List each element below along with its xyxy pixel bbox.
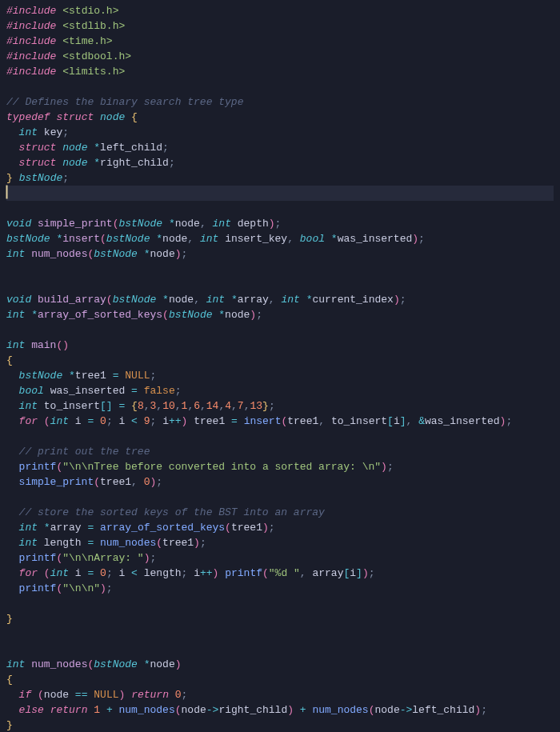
code-token (156, 294, 162, 306)
code-line[interactable]: // print out the tree (6, 444, 554, 459)
code-line[interactable]: #include <time.h> (6, 34, 554, 49)
code-line[interactable]: int to_insert[] = {8,3,10,1,6,14,4,7,13}… (6, 398, 554, 414)
code-token: 4 (225, 400, 231, 412)
code-token (138, 658, 144, 670)
code-line[interactable]: int length = num_nodes(tree1); (6, 535, 554, 550)
code-token: < (131, 567, 138, 579)
code-token: was_inserted (338, 233, 413, 245)
code-token: ; (106, 567, 113, 579)
code-token: <stdbool.h> (62, 50, 131, 62)
code-token: left_child (100, 142, 162, 154)
code-line[interactable] (6, 596, 554, 611)
code-line[interactable] (6, 201, 554, 216)
code-token: , (300, 567, 306, 579)
code-line[interactable]: #include <stdbool.h> (6, 49, 554, 64)
code-token: ) (262, 522, 269, 534)
code-token: * (331, 233, 338, 245)
code-token: ( (44, 415, 50, 427)
code-token: insert_key (218, 233, 287, 245)
code-line[interactable]: } bstNode; (6, 170, 554, 186)
code-line[interactable] (6, 186, 554, 201)
code-token: #include (6, 35, 56, 47)
code-line[interactable]: #include <limits.h> (6, 64, 554, 79)
code-line[interactable]: void simple_print(bstNode *node, int dep… (6, 216, 554, 231)
code-line[interactable]: } (6, 611, 554, 626)
code-token: int (6, 658, 25, 670)
code-line[interactable]: for (int i = 0; i < length; i++) printf(… (6, 566, 554, 581)
code-line[interactable]: // store the sorted keys of the BST into… (6, 505, 554, 520)
code-line[interactable]: struct node *left_child; (6, 140, 554, 155)
code-token: int (281, 294, 299, 306)
code-token: if (19, 689, 32, 701)
code-token (138, 248, 144, 260)
code-line[interactable] (6, 277, 554, 292)
code-line[interactable] (6, 490, 554, 505)
code-token (6, 157, 19, 169)
code-token: node (169, 294, 194, 306)
code-token: struct (56, 111, 94, 123)
code-line[interactable]: void build_array(bstNode *node, int *arr… (6, 292, 554, 307)
code-token: * (169, 218, 175, 230)
code-line[interactable] (6, 642, 554, 657)
code-token (6, 567, 19, 579)
code-token: main (31, 339, 56, 351)
code-line[interactable]: for (int i = 0; i < 9; i++) tree1 = inse… (6, 414, 554, 429)
code-token: ) (381, 461, 387, 473)
code-token (125, 400, 131, 412)
code-token: array (306, 567, 344, 579)
code-line[interactable] (6, 322, 554, 338)
code-line[interactable]: int *array_of_sorted_keys(bstNode *node)… (6, 307, 554, 322)
code-token: } (6, 172, 13, 184)
code-line[interactable]: { (6, 672, 554, 687)
code-token: ; (481, 704, 487, 716)
code-token: = (131, 385, 138, 397)
code-token: ( (262, 567, 269, 579)
code-token: ) (175, 658, 182, 670)
code-token: ++ (169, 415, 182, 427)
code-token: <stdio.h> (62, 5, 118, 17)
code-line[interactable]: #include <stdlib.h> (6, 18, 554, 34)
code-line[interactable]: simple_print(tree1, 0); (6, 474, 554, 490)
code-token (6, 385, 19, 397)
code-token (138, 385, 144, 397)
code-line[interactable]: int num_nodes(bstNode *node) (6, 657, 554, 672)
code-line[interactable]: bstNode *tree1 = NULL; (6, 368, 554, 383)
code-line[interactable]: printf("\n\nTree before converted into a… (6, 459, 554, 474)
code-line[interactable]: if (node == NULL) return 0; (6, 687, 554, 702)
code-line[interactable] (6, 626, 554, 642)
code-line[interactable]: { (6, 353, 554, 368)
code-token: // Defines the binary search tree type (6, 96, 243, 108)
code-token: + (300, 704, 306, 716)
code-line[interactable] (6, 262, 554, 277)
code-token: to_insert (38, 400, 100, 412)
code-line[interactable] (6, 79, 554, 94)
code-token: ; (162, 142, 169, 154)
code-token: { (6, 674, 13, 686)
code-line[interactable]: } (6, 718, 554, 732)
code-token: () (56, 339, 69, 351)
code-line[interactable]: bool was_inserted = false; (6, 383, 554, 398)
code-line[interactable]: int num_nodes(bstNode *node); (6, 246, 554, 262)
code-line[interactable]: // Defines the binary search tree type (6, 94, 554, 110)
code-token (194, 233, 200, 245)
code-editor[interactable]: #include <stdio.h>#include <stdlib.h>#in… (0, 0, 560, 732)
code-line[interactable]: #include <stdio.h> (6, 3, 554, 18)
code-token: ) (269, 218, 275, 230)
code-line[interactable]: printf("\n\n"); (6, 581, 554, 596)
code-line[interactable]: typedef struct node { (6, 110, 554, 125)
code-token: ; (150, 552, 156, 564)
code-token: ] (400, 415, 406, 427)
code-token: current_index (312, 294, 393, 306)
code-line[interactable]: else return 1 + num_nodes(node->right_ch… (6, 702, 554, 718)
code-line[interactable]: int key; (6, 125, 554, 140)
code-line[interactable]: int main() (6, 338, 554, 353)
code-line[interactable]: bstNode *insert(bstNode *node, int inser… (6, 231, 554, 246)
code-line[interactable]: int *array = array_of_sorted_keys(tree1)… (6, 520, 554, 535)
code-line[interactable]: struct node *right_child; (6, 155, 554, 170)
code-line[interactable]: printf("\n\nArray: "); (6, 550, 554, 566)
code-line[interactable] (6, 429, 554, 444)
code-token (325, 233, 331, 245)
code-token: 8 (138, 400, 144, 412)
code-token: node (62, 157, 87, 169)
code-token: ) (287, 704, 294, 716)
